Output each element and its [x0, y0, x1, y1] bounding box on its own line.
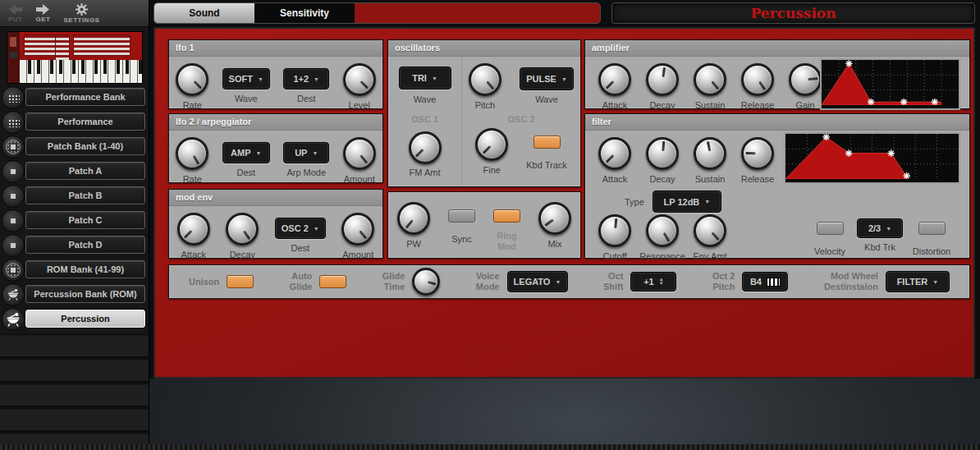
oct-shift-stepper[interactable]: +1 ▲▼	[630, 272, 676, 292]
filter-attack-knob[interactable]	[598, 137, 631, 170]
chevron-down-icon: ▼	[258, 76, 263, 82]
lfo2-rate-knob[interactable]	[176, 137, 208, 170]
arrow-right-icon	[36, 4, 49, 15]
osc2-pitch-knob[interactable]	[469, 63, 501, 96]
osc2-wave-dropdown[interactable]: PULSE▼	[520, 67, 574, 90]
amp-sustain-knob[interactable]	[694, 63, 726, 96]
lfo1-wave-dropdown[interactable]: SOFT▼	[222, 68, 270, 90]
arp-mode-dropdown[interactable]: UP▼	[283, 142, 329, 163]
filter-title: filter	[585, 114, 969, 131]
synth-left-module	[7, 32, 20, 83]
patch-d-icon[interactable]	[2, 234, 25, 257]
auto-glide-group: AutoGlide	[290, 271, 347, 292]
mix-knob[interactable]	[538, 202, 571, 235]
performance-bank-grid-icon[interactable]	[2, 86, 25, 109]
mod-env-dest-dropdown[interactable]: OSC 2▼	[275, 218, 326, 239]
lfo1-rate-knob[interactable]	[176, 63, 208, 96]
settings-button[interactable]: SETTINGS	[63, 3, 99, 24]
toolbar: PUT GET SETTINGS	[0, 0, 149, 27]
osc2-label: OSC 2	[507, 114, 534, 125]
filter-sustain-knob[interactable]	[694, 137, 726, 170]
oct2-pitch-group: Oct 2Pitch B4	[712, 271, 789, 292]
amp-attack-knob[interactable]	[598, 63, 631, 96]
sidebar: PUT GET SETTINGS Pe	[0, 0, 149, 450]
osc2-fine-knob[interactable]	[475, 128, 508, 161]
bottom-texture-strip	[0, 444, 980, 450]
auto-glide-toggle[interactable]	[319, 275, 346, 288]
velocity-toggle[interactable]	[817, 222, 844, 235]
tab-sensitivity[interactable]: Sensitivity	[254, 3, 355, 23]
stepper-arrows-icon: ▲▼	[659, 278, 664, 286]
get-button[interactable]: GET	[36, 4, 51, 23]
osc1-wave-dropdown[interactable]: TRI▼	[399, 67, 451, 90]
lfo1-panel: lfo 1 Rate SOFT▼Wave 1+2▼Dest Level	[168, 39, 383, 109]
patch-bank-icon[interactable]	[2, 135, 25, 158]
filter-decay-knob[interactable]	[646, 137, 679, 170]
lfo2-panel: lfo 2 / arpeggiator Rate AMP▼Dest UP▼Arp…	[168, 113, 383, 183]
voice-mode-dropdown[interactable]: LEGATO▼	[507, 271, 568, 292]
chevron-down-icon: ▼	[432, 76, 437, 81]
distortion-toggle[interactable]	[918, 222, 946, 235]
keyboard-icon	[767, 278, 781, 287]
resonance-knob[interactable]	[646, 214, 679, 247]
chevron-down-icon: ▼	[314, 226, 319, 232]
glide-time-group: GlideTime	[382, 268, 441, 296]
lfo1-level-knob[interactable]	[343, 63, 376, 96]
empty-slots	[0, 333, 149, 450]
env-amt-knob[interactable]	[694, 214, 726, 247]
rom-bank-icon[interactable]	[2, 259, 25, 282]
oct-shift-group: OctShift +1 ▲▼	[603, 271, 676, 292]
unison-toggle[interactable]	[227, 275, 254, 288]
chevron-down-icon: ▼	[932, 279, 938, 285]
sidebar-item-rom-bank: ROM Bank (41-99)	[0, 258, 149, 282]
amp-gain-knob[interactable]	[789, 63, 822, 96]
lfo2-title: lfo 2 / arpeggiator	[169, 114, 382, 131]
cutoff-knob[interactable]	[598, 214, 631, 247]
mod-env-amount-knob[interactable]	[341, 213, 374, 246]
amplifier-panel: amplifier Attack Decay Sustain Release G…	[584, 39, 970, 109]
amp-decay-knob[interactable]	[646, 63, 679, 96]
sidebar-item-percussion-bank: Percussion Bank (ROM)	[0, 282, 149, 307]
lfo1-dest-dropdown[interactable]: 1+2▼	[283, 68, 329, 90]
put-button[interactable]: PUT	[8, 4, 23, 23]
osc1-label: OSC 1	[411, 114, 438, 125]
sidebar-item-patch-a: Patch A	[0, 159, 149, 184]
tab-sound[interactable]: Sound	[154, 3, 254, 23]
amp-release-knob[interactable]	[741, 63, 774, 96]
patch-a-icon[interactable]	[2, 160, 25, 183]
chevron-down-icon: ▼	[555, 279, 561, 285]
drum-icon[interactable]	[2, 283, 25, 306]
kbd-track-toggle[interactable]	[534, 135, 561, 149]
synth-keyboard-image	[7, 31, 143, 84]
sidebar-item-patch-bank: Patch Bank (1-40)	[0, 135, 149, 159]
pw-knob[interactable]	[397, 202, 430, 235]
filter-envelope-display[interactable]	[784, 132, 960, 184]
patch-c-icon[interactable]	[2, 209, 25, 232]
mod-env-title: mod env	[169, 190, 382, 206]
amp-envelope-display[interactable]	[820, 58, 960, 110]
unison-group: Unison	[189, 275, 254, 288]
oscillators-panel: oscillators TRI▼ Wave OSC 1 FM Amt Pitch…	[387, 39, 581, 187]
sidebar-item-performance-bank: Performance Bank	[0, 85, 149, 110]
filter-release-knob[interactable]	[741, 137, 774, 170]
drum-icon-selected[interactable]	[2, 308, 25, 331]
oscillators-title: oscillators	[388, 40, 580, 57]
mod-env-decay-knob[interactable]	[226, 213, 259, 246]
oct2-pitch-button[interactable]: B4	[742, 272, 788, 292]
chevron-down-icon: ▼	[886, 226, 891, 232]
sync-toggle[interactable]	[448, 209, 475, 223]
chevron-down-icon: ▼	[704, 199, 710, 204]
chevron-down-icon: ▼	[312, 150, 318, 156]
patch-b-icon[interactable]	[2, 185, 25, 208]
lfo2-amount-knob[interactable]	[343, 137, 376, 170]
ring-mod-toggle[interactable]	[493, 209, 520, 223]
performance-grid-icon[interactable]	[2, 111, 25, 134]
fm-amt-knob[interactable]	[409, 131, 442, 164]
mod-env-attack-knob[interactable]	[177, 213, 210, 246]
glide-time-knob[interactable]	[412, 268, 440, 296]
mod-wheel-dest-dropdown[interactable]: FILTER▼	[886, 271, 950, 292]
kbd-trk-dropdown[interactable]: 2/3▼	[857, 218, 903, 238]
lfo2-dest-dropdown[interactable]: AMP▼	[222, 142, 270, 163]
filter-type-dropdown[interactable]: LP 12dB▼	[653, 191, 721, 213]
filter-envelope-graph	[785, 134, 959, 179]
